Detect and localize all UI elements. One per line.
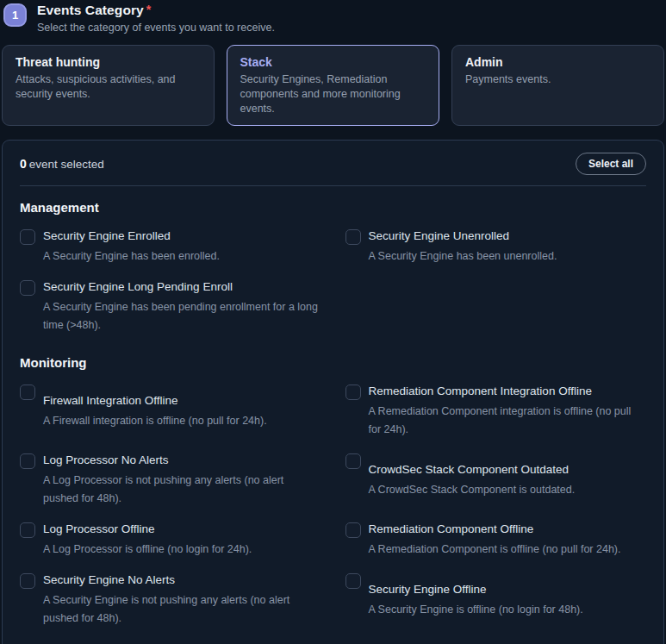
event-title: Remediation Component Integration Offlin… (369, 384, 647, 398)
event-text: Security Engine No Alerts A Security Eng… (43, 572, 321, 628)
event-item-crowdsec-stack-component-outdated: CrowdSec Stack Component Outdated A Crow… (345, 453, 647, 508)
event-title: Security Engine Unenrolled (369, 228, 557, 243)
event-title: Log Processor No Alerts (43, 453, 321, 467)
card-description: Payments events. (465, 72, 650, 87)
event-description: A Remediation Component is offline (no p… (369, 541, 621, 559)
management-events-grid: Security Engine Enrolled A Security Engi… (20, 228, 646, 335)
event-checkbox[interactable] (345, 229, 361, 245)
event-checkbox[interactable] (20, 385, 35, 400)
event-checkbox[interactable] (345, 573, 361, 589)
header-title-row: Events Category * (37, 3, 275, 18)
event-text: Log Processor No Alerts A Log Processor … (43, 453, 321, 508)
category-cards: Threat hunting Attacks, suspicious activ… (2, 45, 664, 126)
event-checkbox[interactable] (20, 453, 35, 469)
event-title: Security Engine Long Pending Enroll (43, 279, 321, 294)
select-all-button[interactable]: Select all (576, 153, 646, 175)
event-title: Security Engine Enrolled (43, 228, 220, 243)
section-title-management: Management (20, 200, 646, 215)
event-text: Firewall Integration Offline A Firewall … (43, 393, 267, 430)
selected-count-label: event selected (29, 158, 104, 171)
event-checkbox[interactable] (20, 229, 35, 245)
event-checkbox[interactable] (20, 573, 35, 589)
step-number-badge: 1 (3, 3, 27, 27)
divider (20, 185, 646, 186)
event-text: Log Processor Offline A Log Processor is… (43, 522, 252, 559)
event-title: Remediation Component Offline (369, 522, 621, 536)
event-item-security-engine-offline: Security Engine Offline A Security Engin… (345, 572, 647, 628)
event-item-remediation-component-offline: Remediation Component Offline A Remediat… (345, 522, 647, 559)
event-description: A Security Engine is not pushing any ale… (43, 591, 321, 628)
category-card-admin[interactable]: Admin Payments events. (451, 45, 664, 126)
event-title: CrowdSec Stack Component Outdated (369, 462, 576, 477)
event-description: A Log Processor is offline (no login for… (43, 541, 252, 559)
events-panel: 0event selected Select all Management Se… (2, 140, 664, 644)
event-description: A Security Engine has been enrolled. (43, 247, 220, 266)
event-text: CrowdSec Stack Component Outdated A Crow… (369, 462, 576, 499)
selection-count: 0event selected (20, 157, 104, 171)
event-text: Security Engine Long Pending Enroll A Se… (43, 279, 321, 335)
page-subtitle: Select the category of events you want t… (37, 22, 275, 34)
event-description: A Firewall integration is offline (no pu… (43, 412, 267, 430)
section-management: Management Security Engine Enrolled A Se… (20, 200, 646, 335)
event-item-security-engine-unenrolled: Security Engine Unenrolled A Security En… (345, 228, 647, 266)
card-description: Security Engines, Remediation components… (240, 72, 426, 116)
event-text: Security Engine Enrolled A Security Engi… (43, 228, 220, 266)
card-title: Admin (465, 55, 650, 69)
card-title: Threat hunting (16, 55, 201, 69)
event-title: Security Engine No Alerts (43, 572, 321, 587)
event-text: Remediation Component Integration Offlin… (369, 384, 647, 439)
card-description: Attacks, suspicious activities, and secu… (16, 72, 201, 102)
event-description: A CrowdSec Stack Component is outdated. (369, 481, 576, 499)
header-text: Events Category * Select the category of… (37, 3, 275, 34)
event-description: A Log Processor is not pushing any alert… (43, 472, 321, 508)
event-item-security-engine-long-pending-enroll: Security Engine Long Pending Enroll A Se… (20, 279, 321, 335)
monitoring-events-grid: Firewall Integration Offline A Firewall … (20, 384, 646, 628)
event-checkbox[interactable] (20, 280, 35, 296)
event-description: A Security Engine is offline (no login f… (369, 601, 583, 619)
event-description: A Security Engine has been pending enrol… (43, 298, 321, 335)
page-title: Events Category (37, 3, 144, 18)
section-monitoring: Monitoring Firewall Integration Offline … (20, 355, 646, 628)
event-text: Security Engine Offline A Security Engin… (369, 582, 583, 619)
event-item-security-engine-enrolled: Security Engine Enrolled A Security Engi… (20, 228, 321, 266)
event-title: Log Processor Offline (43, 522, 252, 536)
event-description: A Remediation Component integration is o… (369, 403, 647, 439)
event-item-firewall-integration-offline: Firewall Integration Offline A Firewall … (20, 384, 321, 439)
events-category-page: 1 Events Category * Select the category … (0, 0, 666, 644)
category-card-threat-hunting[interactable]: Threat hunting Attacks, suspicious activ… (2, 45, 215, 126)
event-item-security-engine-no-alerts: Security Engine No Alerts A Security Eng… (20, 572, 321, 628)
event-item-log-processor-offline: Log Processor Offline A Log Processor is… (20, 522, 321, 559)
event-title: Firewall Integration Offline (43, 393, 267, 408)
event-checkbox[interactable] (345, 522, 361, 538)
event-item-remediation-component-integration-offline: Remediation Component Integration Offlin… (345, 384, 647, 439)
card-title: Stack (240, 55, 426, 69)
event-title: Security Engine Offline (369, 582, 583, 597)
event-description: A Security Engine has been unenrolled. (369, 247, 557, 266)
required-asterisk: * (146, 3, 151, 16)
step-header: 1 Events Category * Select the category … (0, 0, 666, 34)
event-text: Remediation Component Offline A Remediat… (369, 522, 621, 559)
selected-count-number: 0 (20, 157, 27, 171)
event-checkbox[interactable] (345, 385, 361, 400)
panel-header: 0event selected Select all (20, 153, 646, 175)
section-title-monitoring: Monitoring (20, 355, 646, 370)
event-text: Security Engine Unenrolled A Security En… (369, 228, 557, 266)
event-checkbox[interactable] (20, 522, 35, 538)
category-card-stack[interactable]: Stack Security Engines, Remediation comp… (227, 45, 439, 126)
event-checkbox[interactable] (345, 453, 361, 469)
event-item-log-processor-no-alerts: Log Processor No Alerts A Log Processor … (20, 453, 321, 508)
